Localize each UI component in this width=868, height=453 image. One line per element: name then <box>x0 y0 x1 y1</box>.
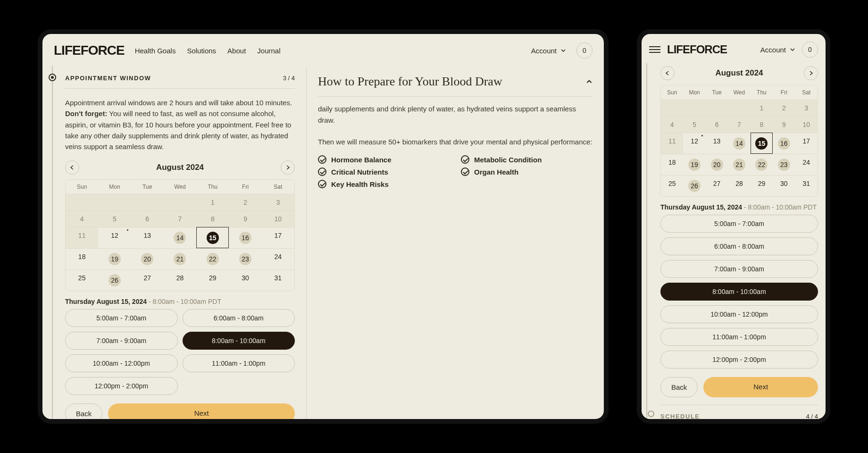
calendar-day-10: 10 <box>262 210 294 227</box>
time-slot[interactable]: 6:00am - 8:00am <box>183 309 295 327</box>
calendar-day-19[interactable]: 19 <box>683 154 705 175</box>
calendar-day-18[interactable]: 18 <box>661 154 683 175</box>
calendar-day-27[interactable]: 27 <box>131 269 164 291</box>
time-slot[interactable]: 8:00am - 10:00am <box>660 283 818 301</box>
calendar-day-1: 1 <box>196 194 229 210</box>
calendar-day-17[interactable]: 17 <box>795 133 818 154</box>
calendar-day-18[interactable]: 18 <box>66 248 98 269</box>
account-menu[interactable]: Account <box>760 46 795 54</box>
selected-date: Thursday August 15, 2024 <box>660 203 742 211</box>
calendar-day-13[interactable]: 13 <box>706 133 728 154</box>
time-slot[interactable]: 11:00am - 1:00pm <box>183 354 295 372</box>
nav-health-goals[interactable]: Health Goals <box>135 47 176 55</box>
biomarker-item: Metabolic Condition <box>461 155 593 164</box>
calendar-day-30[interactable]: 30 <box>229 269 261 291</box>
selected-time: 8:00am - 10:00am PDT <box>748 203 817 211</box>
calendar-day-8: 8 <box>196 210 229 227</box>
calendar-day-10: 10 <box>795 116 818 133</box>
calendar-dow: Sat <box>795 85 818 100</box>
selection-label: Thursday August 15, 2024 - 8:00am - 10:0… <box>65 291 295 309</box>
calendar-day-2: 2 <box>773 100 795 116</box>
calendar-day-21[interactable]: 21 <box>728 154 750 175</box>
panel-header[interactable]: How to Prepare for Your Blood Draw <box>318 75 593 97</box>
time-slot[interactable]: 6:00am - 8:00am <box>660 237 818 255</box>
time-slot[interactable]: 10:00am - 12:00pm <box>65 354 178 372</box>
panel-paragraph-1: daily supplements and drink plenty of wa… <box>318 97 593 130</box>
calendar-day-24[interactable]: 24 <box>795 154 818 175</box>
calendar-blank <box>66 194 98 210</box>
calendar-day-14[interactable]: 14 <box>164 227 196 248</box>
calendar-day-27[interactable]: 27 <box>706 175 728 196</box>
calendar-day-21[interactable]: 21 <box>164 248 196 269</box>
nav-solutions[interactable]: Solutions <box>187 47 216 55</box>
check-circle-icon <box>318 155 326 164</box>
time-slot[interactable]: 8:00am - 10:00am <box>183 332 295 350</box>
back-button[interactable]: Back <box>660 377 698 397</box>
time-slot[interactable]: 5:00am - 7:00am <box>65 309 178 327</box>
calendar-day-24[interactable]: 24 <box>262 248 294 269</box>
time-slot[interactable]: 10:00am - 12:00pm <box>660 305 818 323</box>
cart-badge[interactable]: 0 <box>802 42 818 58</box>
calendar-day-26[interactable]: 26 <box>98 269 131 291</box>
calendar-day-29[interactable]: 29 <box>196 269 229 291</box>
calendar-day-23[interactable]: 23 <box>773 154 795 175</box>
hamburger-menu-icon[interactable] <box>649 46 660 53</box>
calendar-day-26[interactable]: 26 <box>683 175 705 196</box>
calendar-day-15[interactable]: 15 <box>196 227 229 248</box>
account-label: Account <box>531 47 557 55</box>
back-button[interactable]: Back <box>65 403 102 419</box>
time-slot[interactable]: 12:00pm - 2:00pm <box>660 351 818 369</box>
header: LIFEFORCE Health Goals Solutions About J… <box>42 34 604 66</box>
calendar-day-20[interactable]: 20 <box>131 248 164 269</box>
prev-month-button[interactable] <box>660 66 675 80</box>
calendar-day-29[interactable]: 29 <box>751 175 773 196</box>
next-month-button[interactable] <box>804 66 818 80</box>
next-button[interactable]: Next <box>703 377 818 397</box>
calendar-day-12[interactable]: 12 <box>683 133 705 154</box>
next-month-button[interactable] <box>281 160 295 175</box>
calendar-day-28[interactable]: 28 <box>728 175 750 196</box>
calendar-month-label: August 2024 <box>715 68 763 78</box>
calendar-day-13[interactable]: 13 <box>131 227 164 248</box>
calendar-day-7: 7 <box>728 116 750 133</box>
nav-journal[interactable]: Journal <box>257 47 280 55</box>
calendar-day-31[interactable]: 31 <box>795 175 818 196</box>
calendar-day-25[interactable]: 25 <box>661 175 683 196</box>
calendar-day-22[interactable]: 22 <box>751 154 773 175</box>
calendar-day-15[interactable]: 15 <box>751 133 773 154</box>
calendar-day-31[interactable]: 31 <box>262 269 294 291</box>
calendar-day-12[interactable]: 12 <box>98 227 131 248</box>
calendar-day-16[interactable]: 16 <box>229 227 261 248</box>
time-slot[interactable]: 11:00am - 1:00pm <box>660 328 818 346</box>
footer-step-label: SCHEDULE <box>660 413 700 419</box>
calendar-day-22[interactable]: 22 <box>196 248 229 269</box>
time-slot[interactable]: 7:00am - 9:00am <box>660 260 818 278</box>
calendar-day-25[interactable]: 25 <box>66 269 98 291</box>
time-slot[interactable]: 5:00am - 7:00am <box>660 215 818 233</box>
calendar-day-3: 3 <box>262 194 294 210</box>
calendar-day-14[interactable]: 14 <box>728 133 750 154</box>
calendar-day-9: 9 <box>773 116 795 133</box>
next-button[interactable]: Next <box>108 403 295 419</box>
nav-about[interactable]: About <box>227 47 246 55</box>
calendar-day-30[interactable]: 30 <box>773 175 795 196</box>
cart-badge[interactable]: 0 <box>576 42 593 59</box>
calendar-day-19[interactable]: 19 <box>98 248 131 269</box>
biomarker-label: Hormone Balance <box>331 156 392 164</box>
account-label: Account <box>760 46 786 54</box>
check-circle-icon <box>318 168 326 176</box>
footer-row: Back Next <box>660 369 818 397</box>
time-slot[interactable]: 7:00am - 9:00am <box>65 332 178 350</box>
prev-month-button[interactable] <box>65 160 79 175</box>
calendar-day-28[interactable]: 28 <box>164 269 196 291</box>
calendar-day-23[interactable]: 23 <box>229 248 261 269</box>
calendar-day-16[interactable]: 16 <box>773 133 795 154</box>
account-menu[interactable]: Account <box>531 47 566 55</box>
chevron-down-icon <box>560 48 566 53</box>
calendar-day-20[interactable]: 20 <box>706 154 728 175</box>
footer-step-counter: 4 / 4 <box>806 413 818 419</box>
time-slot[interactable]: 12:00pm - 2:00pm <box>65 377 178 395</box>
calendar-day-9: 9 <box>229 210 261 227</box>
calendar-day-17[interactable]: 17 <box>262 227 294 248</box>
chevron-up-icon <box>586 78 593 85</box>
